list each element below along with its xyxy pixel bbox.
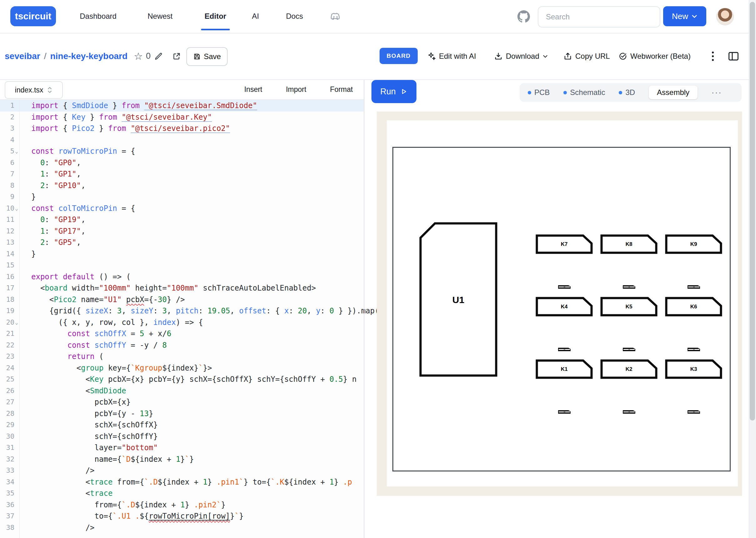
code-text: ({ x, y, row, col }, index) => { (31, 317, 203, 328)
rename-button[interactable] (154, 33, 163, 79)
line-number: 21 (0, 328, 14, 340)
line-number: 4 (0, 134, 14, 146)
new-button[interactable]: New (663, 6, 706, 26)
github-icon[interactable] (516, 9, 531, 24)
line-number: 35 (0, 488, 14, 499)
code-text: name={`D${index + 1}`} (31, 454, 194, 465)
pane-divider[interactable] (364, 80, 365, 538)
file-selector[interactable]: index.tsx (5, 81, 63, 99)
code-line-38: 38 /> (0, 522, 364, 534)
line-number: 8 (0, 180, 14, 191)
code-line-11: 11 0: "GP19", (0, 214, 364, 226)
line-number: 10 (0, 203, 14, 214)
smd-diode (687, 409, 701, 414)
tab-pcb[interactable]: PCB (528, 88, 550, 97)
smd-diode (557, 409, 571, 414)
keyswitch-k9: K9 (665, 234, 722, 254)
smd-diode (622, 285, 636, 289)
edit-with-ai-button[interactable]: Edit with AI (427, 33, 476, 79)
line-number: 31 (0, 442, 14, 454)
fold-arrow-icon[interactable]: ⌄ (15, 203, 18, 214)
editor-menu-import[interactable]: Import (286, 80, 306, 99)
code-line-29: 29 schX={schOffX} (0, 419, 364, 431)
download-button[interactable]: Download (494, 33, 548, 79)
discord-icon[interactable] (328, 9, 343, 24)
owner-link[interactable]: seveibar (5, 51, 40, 61)
line-number: 37 (0, 511, 14, 522)
page-scrollbar-thumb[interactable] (750, 2, 755, 420)
code-line-21: 21 const schOffX = 5 + x/6 (0, 328, 364, 340)
more-menu-button[interactable] (710, 33, 716, 79)
brand-logo[interactable]: tscircuit (10, 6, 56, 26)
code-line-27: 27 pcbX={x} (0, 397, 364, 408)
code-line-30: 30 schY={schOffY} (0, 431, 364, 442)
breadcrumb-separator: / (40, 51, 50, 61)
nav-item-editor[interactable]: Editor (203, 0, 228, 32)
code-text: const colToMicroPin = { (31, 203, 135, 214)
nav-item-ai[interactable]: AI (250, 0, 261, 32)
view-tabs: PCBSchematic3DAssembly··· (520, 83, 742, 102)
board-badge[interactable]: BOARD (379, 48, 418, 64)
fold-arrow-icon[interactable]: ⌄ (15, 145, 18, 157)
code-line-3: 3import { Pico2 } from "@tsci/seveibar.p… (0, 123, 364, 134)
user-avatar[interactable] (716, 8, 734, 25)
code-line-22: 22 const schOffY = -y / 8 (0, 340, 364, 351)
status-dot (563, 91, 567, 94)
nav-item-docs[interactable]: Docs (284, 0, 305, 32)
open-share-button[interactable] (172, 33, 181, 79)
line-number: 1 (0, 100, 14, 112)
line-number: 20 (0, 317, 14, 328)
nav-item-newest[interactable]: Newest (146, 0, 174, 32)
project-link[interactable]: nine-key-keyboard (50, 51, 127, 61)
run-button[interactable]: Run (372, 80, 417, 103)
kebab-icon (712, 51, 714, 62)
fold-arrow-icon[interactable]: ⌄ (15, 317, 18, 328)
gutter-divider (19, 100, 20, 538)
code-text: } (31, 248, 36, 260)
code-line-37: 37 to={`.U1 .${rowToMicroPin[row]}`} (0, 511, 364, 522)
tabs-more-button[interactable]: ··· (711, 87, 722, 97)
code-text: layer="bottom" (31, 442, 158, 454)
code-line-5: 5⌄const rowToMicroPin = { (0, 145, 364, 157)
sparkles-icon (427, 52, 436, 61)
star-control[interactable]: ☆ 0 (134, 33, 151, 79)
code-editor[interactable]: 1import { SmdDiode } from "@tsci/seveiba… (0, 100, 364, 538)
line-number: 14 (0, 248, 14, 260)
code-line-18: 18 <Pico2 name="U1" pcbX={-30} /> (0, 294, 364, 305)
line-number: 24 (0, 362, 14, 374)
line-number: 5 (0, 145, 14, 157)
tab-schematic[interactable]: Schematic (563, 88, 605, 97)
line-number: 26 (0, 385, 14, 397)
copy-url-button[interactable]: Copy URL (563, 33, 610, 79)
code-line-26: 26 <SmdDiode (0, 385, 364, 397)
code-text: <trace (31, 488, 113, 499)
code-text: pcbX={x} (31, 397, 131, 408)
code-text: const rowToMicroPin = { (31, 145, 135, 157)
code-line-28: 28 pcbY={y - 13} (0, 408, 364, 420)
file-name: index.tsx (15, 86, 43, 94)
code-text: <Key pcbX={x} pcbY={y} schX={schOffX} sc… (31, 374, 356, 385)
panel-toggle-button[interactable] (728, 33, 739, 79)
smd-diode (687, 347, 701, 352)
smd-diode (687, 285, 701, 289)
save-button-label: Save (204, 52, 221, 61)
code-text: to={`.U1 .${rowToMicroPin[row]}`} (31, 511, 244, 522)
search-input[interactable]: Search (538, 6, 660, 27)
save-button[interactable]: Save (186, 47, 228, 66)
smd-diode (622, 409, 636, 414)
code-line-8: 8 2: "GP10", (0, 180, 364, 191)
edit-with-ai-label: Edit with AI (439, 52, 476, 61)
webworker-toggle[interactable]: Webworker (Beta) (618, 33, 691, 79)
code-line-9: 9} (0, 191, 364, 203)
editor-menu-insert[interactable]: Insert (244, 80, 262, 99)
tab-3d[interactable]: 3D (619, 88, 635, 97)
code-text: import { Pico2 } from "@tsci/seveibar.pi… (31, 123, 230, 134)
editor-menu-format[interactable]: Format (330, 80, 353, 99)
save-icon (193, 53, 201, 60)
line-number: 34 (0, 476, 14, 488)
tab-assembly[interactable]: Assembly (649, 85, 698, 99)
check-circle-icon (618, 52, 627, 61)
code-text: 1: "GP17", (31, 226, 86, 237)
keyswitch-k5: K5 (600, 297, 658, 316)
nav-item-dashboard[interactable]: Dashboard (78, 0, 118, 32)
